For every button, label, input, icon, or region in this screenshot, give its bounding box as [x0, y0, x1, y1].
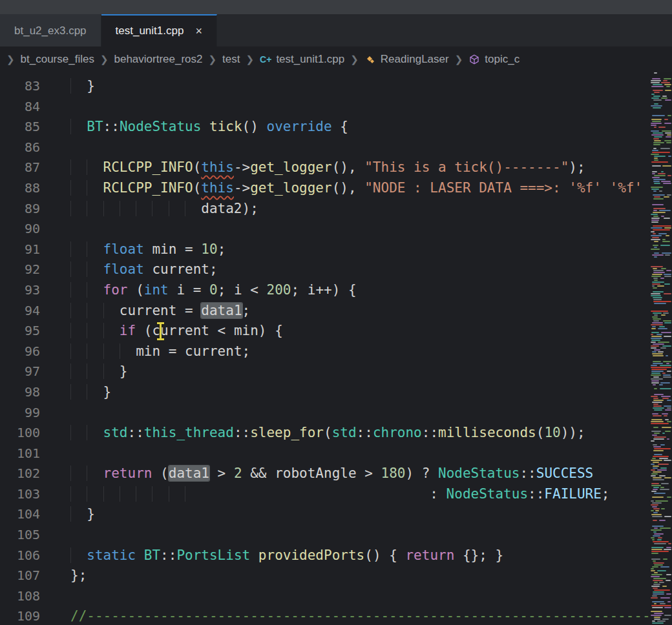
- tab-bar: bt_u2_ex3.cpptest_unit1.cpp×: [0, 14, 672, 46]
- line-number[interactable]: 97: [0, 362, 40, 382]
- code-line[interactable]: 88 RCLCPP_INFO(this->get_logger(), "NODE…: [0, 178, 650, 199]
- line-number[interactable]: 85: [0, 117, 40, 138]
- tab-test_unit1-cpp[interactable]: test_unit1.cpp×: [101, 14, 217, 46]
- code-text: : NodeStatus::FAILURE;: [40, 484, 610, 505]
- code-line[interactable]: 86: [0, 138, 650, 158]
- line-number[interactable]: 106: [0, 546, 40, 566]
- code-line[interactable]: 94 current = data1;: [0, 301, 650, 322]
- code-text: [40, 403, 70, 424]
- code-line[interactable]: 92 float current;: [0, 260, 650, 280]
- code-line[interactable]: 107};: [0, 566, 650, 586]
- line-number[interactable]: 107: [0, 566, 40, 586]
- line-number[interactable]: 99: [0, 403, 40, 424]
- code-line[interactable]: 96 min = current;: [0, 342, 650, 362]
- chevron-right-icon: ❯: [6, 54, 15, 65]
- line-number[interactable]: 93: [0, 280, 40, 301]
- code-line[interactable]: 100 std::this_thread::sleep_for(std::chr…: [0, 423, 650, 444]
- code-line[interactable]: 105: [0, 525, 650, 546]
- code-line[interactable]: 84: [0, 97, 650, 118]
- breadcrumb-label: ReadingLaser: [381, 53, 449, 66]
- tab-label: test_unit1.cpp: [116, 25, 184, 37]
- code-line[interactable]: 106 static BT::PortsList providedPorts()…: [0, 546, 650, 566]
- line-number[interactable]: 88: [0, 178, 40, 199]
- code-line[interactable]: 83 }: [0, 76, 650, 97]
- breadcrumb-item-test[interactable]: test: [222, 53, 240, 66]
- code-text: //--------------------------------------…: [40, 606, 650, 625]
- code-text: }: [40, 76, 95, 97]
- code-text: static BT::PortsList providedPorts() { r…: [40, 546, 503, 566]
- breadcrumb-label: test: [222, 53, 240, 66]
- line-number[interactable]: 101: [0, 444, 40, 464]
- class-icon: [364, 54, 376, 65]
- code-text: };: [40, 566, 87, 586]
- line-number[interactable]: 105: [0, 525, 40, 546]
- line-number[interactable]: 100: [0, 423, 40, 444]
- code-text: for (int i = 0; i < 200; i++) {: [40, 280, 357, 301]
- code-text: [40, 219, 70, 240]
- line-number[interactable]: 91: [0, 240, 40, 260]
- breadcrumb-item-topic_c[interactable]: topic_c: [468, 53, 520, 66]
- chevron-right-icon: ❯: [209, 54, 217, 65]
- line-number[interactable]: 108: [0, 586, 40, 607]
- line-number[interactable]: 96: [0, 342, 40, 362]
- code-line[interactable]: 98 }: [0, 382, 650, 403]
- code-line[interactable]: 104 }: [0, 504, 650, 525]
- line-number[interactable]: 94: [0, 301, 40, 322]
- breadcrumb-item-ReadingLaser[interactable]: ReadingLaser: [364, 53, 449, 66]
- breadcrumb-item-behaviortree_ros2[interactable]: behaviortree_ros2: [114, 53, 203, 66]
- code-line[interactable]: 97 }: [0, 362, 650, 382]
- title-bar: [0, 0, 672, 14]
- code-line[interactable]: 87 RCLCPP_INFO(this->get_logger(), "This…: [0, 158, 650, 178]
- chevron-right-icon: ❯: [455, 54, 463, 65]
- line-number[interactable]: 104: [0, 504, 40, 525]
- code-line[interactable]: 103 : NodeStatus::FAILURE;: [0, 484, 650, 505]
- line-number[interactable]: 102: [0, 464, 40, 484]
- code-text: data2);: [40, 199, 258, 220]
- code-text: current = data1;: [40, 301, 250, 322]
- code-line[interactable]: 89 data2);: [0, 199, 650, 220]
- code-line[interactable]: 90: [0, 219, 650, 240]
- code-line[interactable]: 109//-----------------------------------…: [0, 606, 650, 625]
- code-line[interactable]: 91 float min = 10;: [0, 240, 650, 260]
- tab-label: bt_u2_ex3.cpp: [14, 25, 87, 37]
- code-editor[interactable]: 83 }8485 BT::NodeStatus tick() override …: [0, 72, 650, 625]
- code-line[interactable]: 99: [0, 403, 650, 424]
- code-line[interactable]: 102 return (data1 > 2 && robotAngle > 18…: [0, 464, 650, 484]
- breadcrumb-label: topic_c: [485, 53, 520, 66]
- line-number[interactable]: 89: [0, 199, 40, 220]
- breadcrumb-item-test_unit1-cpp[interactable]: C+test_unit1.cpp: [260, 53, 344, 66]
- line-number[interactable]: 92: [0, 260, 40, 280]
- code-text: }: [40, 504, 95, 525]
- code-text: [40, 444, 70, 464]
- tab-bt_u2_ex3-cpp[interactable]: bt_u2_ex3.cpp: [0, 14, 101, 46]
- code-line[interactable]: 85 BT::NodeStatus tick() override {: [0, 117, 650, 138]
- code-line[interactable]: 93 for (int i = 0; i < 200; i++) {: [0, 280, 650, 301]
- chevron-right-icon: ❯: [100, 54, 109, 65]
- method-icon: [468, 54, 480, 65]
- line-number[interactable]: 90: [0, 219, 40, 240]
- code-text: }: [40, 382, 111, 403]
- line-number[interactable]: 84: [0, 97, 40, 118]
- line-number[interactable]: 95: [0, 321, 40, 342]
- close-icon[interactable]: ×: [195, 25, 202, 37]
- code-text: std::this_thread::sleep_for(std::chrono:…: [40, 423, 585, 444]
- code-line[interactable]: 95 if (current < min) {: [0, 321, 650, 342]
- line-number[interactable]: 98: [0, 382, 40, 403]
- code-line[interactable]: 108: [0, 586, 650, 607]
- breadcrumb-label: bt_course_files: [21, 53, 94, 66]
- code-text: BT::NodeStatus tick() override {: [40, 117, 348, 138]
- code-text: [40, 525, 70, 546]
- code-text: RCLCPP_INFO(this->get_logger(), "NODE : …: [40, 178, 642, 199]
- line-number[interactable]: 86: [0, 138, 40, 158]
- line-number[interactable]: 109: [0, 606, 40, 625]
- line-number[interactable]: 83: [0, 76, 40, 97]
- code-text: [40, 586, 70, 607]
- breadcrumb-item-bt_course_files[interactable]: bt_course_files: [21, 53, 94, 66]
- code-line[interactable]: 101: [0, 444, 650, 464]
- line-number[interactable]: 87: [0, 158, 40, 178]
- chevron-right-icon: ❯: [246, 54, 255, 65]
- cpp-file-icon: C+: [260, 54, 271, 65]
- code-text: }: [40, 362, 128, 382]
- line-number[interactable]: 103: [0, 484, 40, 505]
- minimap[interactable]: [650, 72, 672, 625]
